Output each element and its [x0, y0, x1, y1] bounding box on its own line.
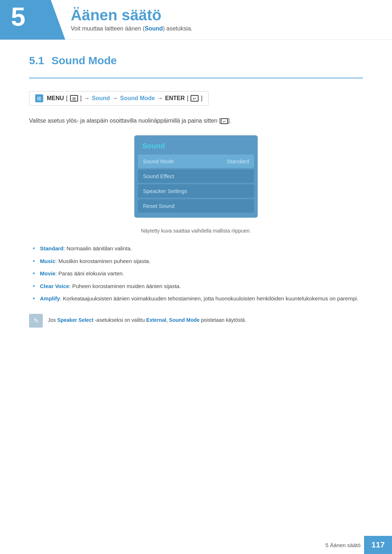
nav-arrow-3: →: [157, 95, 163, 102]
footer-page-number: 117: [364, 536, 392, 554]
desc-amplify: Korkeataajuuksisten äänien voimakkuuden …: [63, 295, 358, 301]
footer-label: 5 Äänen säätö: [326, 542, 361, 548]
list-item: Movie: Paras ääni elokuvia varten.: [33, 270, 363, 278]
sound-menu-item-speaker-settings: Speacker Settings: [138, 184, 254, 198]
menu-icon: [35, 94, 43, 102]
sound-menu-container: Sound Sound Mode Standard Sound Effect S…: [29, 135, 363, 218]
nav-menu-label: MENU: [47, 95, 64, 102]
subtitle-after: ) asetuksia.: [163, 25, 192, 32]
section-title: Sound Mode: [52, 54, 117, 67]
nav-arrow-2: →: [112, 95, 118, 102]
term-movie: Movie: [40, 270, 56, 276]
speaker-settings-label: Speacker Settings: [143, 188, 187, 194]
note-comma: ,: [166, 317, 169, 323]
desc-standard: Normaalin äänitilan valinta.: [66, 245, 132, 251]
main-content: 5.1 Sound Mode MENU [ ⊞ ] → Sound → Soun…: [0, 40, 392, 349]
header-subtitle: Voit muuttaa laitteen äänen (Sound) aset…: [71, 25, 192, 32]
nav-enter: ENTER: [165, 95, 185, 102]
subtitle-highlight: Sound: [145, 25, 163, 32]
nav-enter-bracket-open: [: [187, 95, 188, 102]
nav-path: MENU [ ⊞ ] → Sound → Sound Mode → ENTER …: [29, 91, 209, 106]
section-number: 5.1: [29, 54, 44, 67]
sound-menu-item-sound-effect: Sound Effect: [138, 169, 254, 183]
nav-sound-mode: Sound Mode: [120, 95, 155, 102]
header-stripe: [0, 0, 65, 40]
desc-movie: Paras ääni elokuvia varten.: [58, 270, 124, 276]
reset-sound-label: Reset Sound: [143, 203, 175, 209]
nav-sound: Sound: [92, 95, 110, 102]
list-item: Clear Voice: Puheen korostaminen muiden …: [33, 282, 363, 291]
header-title: Äänen säätö: [71, 7, 162, 24]
list-item: Amplify: Korkeataajuuksisten äänien voim…: [33, 295, 363, 303]
note-box: Jos Speaker Select -asetukseksi on valit…: [29, 314, 363, 328]
note-icon: [29, 314, 43, 328]
note-middle: -asetukseksi on valittu: [93, 317, 146, 323]
note-before: Jos: [48, 317, 57, 323]
instruction-enter-icon: ↵: [221, 118, 228, 124]
nav-enter-icon: ↵: [191, 95, 199, 102]
term-clear-voice: Clear Voice: [40, 283, 69, 289]
sep-3: :: [56, 270, 58, 276]
sound-menu-item-sound-mode: Sound Mode Standard: [138, 155, 254, 168]
sound-menu: Sound Sound Mode Standard Sound Effect S…: [134, 135, 258, 218]
nav-arrow-1: →: [84, 95, 90, 102]
term-amplify: Amplify: [40, 295, 60, 301]
nav-bracket-close: ]: [80, 95, 82, 102]
sep-4: :: [69, 283, 72, 289]
nav-grid-icon: ⊞: [70, 95, 78, 102]
note-highlight2: External: [146, 317, 166, 323]
instruction-text: Valitse asetus ylös- ja alaspäin osoitta…: [29, 116, 363, 125]
chapter-number: 5: [11, 4, 25, 30]
note-highlight1: Speaker Select: [57, 317, 94, 323]
term-standard: Standard: [40, 245, 64, 251]
bullet-list: Standard: Normaalin äänitilan valinta. M…: [29, 245, 363, 303]
page-header: 5 Äänen säätö Voit muuttaa laitteen ääne…: [0, 0, 392, 40]
note-after: poistetaan käytöstä.: [200, 317, 246, 323]
list-item: Music: Musiikin korostaminen puheen sija…: [33, 257, 363, 266]
section-heading: 5.1 Sound Mode: [29, 54, 363, 67]
page-footer: 5 Äänen säätö 117: [0, 536, 392, 554]
note-highlight3: Sound Mode: [169, 317, 200, 323]
sound-menu-title: Sound: [138, 139, 254, 155]
instruction-before: Valitse asetus ylös- ja alaspäin osoitta…: [29, 118, 221, 124]
caption-text: Näytetty kuva saattaa vaihdella mallista…: [29, 228, 363, 234]
desc-music: Musiikin korostaminen puheen sijasta.: [58, 258, 150, 264]
nav-enter-bracket-close: ]: [201, 95, 202, 102]
sound-menu-item-reset-sound: Reset Sound: [138, 199, 254, 213]
nav-bracket-open: [: [66, 95, 68, 102]
note-text: Jos Speaker Select -asetukseksi on valit…: [48, 314, 246, 324]
sound-mode-label: Sound Mode: [143, 158, 174, 164]
sound-mode-value: Standard: [227, 158, 249, 164]
sound-effect-label: Sound Effect: [143, 173, 174, 179]
section-divider: [29, 78, 363, 78]
desc-clear-voice: Puheen korostaminen muiden äänien sijast…: [72, 283, 181, 289]
sep-2: :: [56, 258, 58, 264]
term-music: Music: [40, 258, 56, 264]
subtitle-before: Voit muuttaa laitteen äänen (: [71, 25, 145, 32]
list-item: Standard: Normaalin äänitilan valinta.: [33, 245, 363, 253]
instruction-suffix: ].: [228, 118, 231, 124]
